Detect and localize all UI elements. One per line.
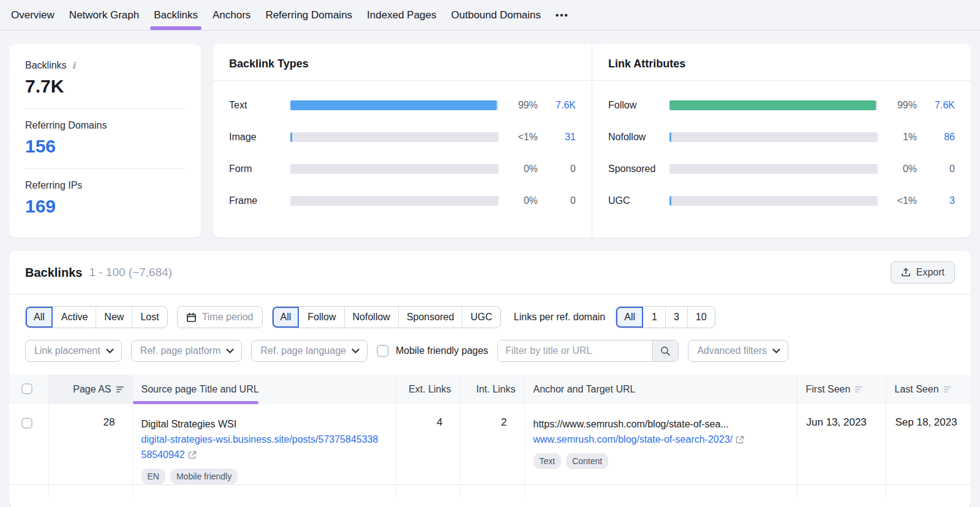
follow-filter: All Follow Nofollow Sponsored UGC [272,306,501,328]
external-link-icon [188,451,197,459]
count-link[interactable]: 7.6K [917,100,955,111]
lpd-all[interactable]: All [616,307,643,328]
bar-row-form: Form 0% 0 [229,153,576,185]
tab-indexed-pages[interactable]: Indexed Pages [360,0,443,30]
ext-links-cell: 4 [396,404,460,485]
count-link[interactable]: 86 [917,132,955,143]
chevron-down-icon [106,345,114,353]
tab-outbound-domains[interactable]: Outbound Domains [444,0,548,30]
page-as-cell: 28 [48,404,132,485]
column-anchor[interactable]: Anchor and Target URL [524,375,797,404]
time-period-button[interactable]: Time period [177,306,263,328]
bar-fill [669,132,671,142]
anchor-cell: https://www.semrush.com/blog/state-of-se… [524,404,797,485]
column-int-links[interactable]: Int. Links [460,375,524,404]
column-highlight-underline [133,401,258,404]
source-cell: Digital Strategies WSI digital-strategie… [132,404,396,485]
follow-ugc[interactable]: UGC [462,307,500,328]
count-link[interactable]: 31 [538,132,576,143]
search-button[interactable] [652,340,678,361]
divider [25,168,185,169]
bar-row-text: Text 99% 7.6K [229,89,576,121]
title-url-filter [497,340,679,362]
export-button[interactable]: Export [891,261,955,284]
referring-ips-value[interactable]: 169 [25,196,185,217]
column-page-as[interactable]: Page AS [48,375,132,404]
backlinks-metric-value: 7.7K [25,76,185,97]
upload-icon [901,268,911,277]
panel-title: Link Attributes [592,44,971,81]
sort-icon[interactable] [944,386,951,392]
bar-track [290,196,499,206]
lpd-10[interactable]: 10 [687,307,715,328]
source-title: Digital Strategies WSI [141,416,382,432]
follow-follow[interactable]: Follow [299,307,344,328]
tab-referring-domains[interactable]: Referring Domains [258,0,360,30]
source-url-link[interactable]: digital-strategies-wsi.business.site/pos… [141,432,382,462]
last-seen-cell: Sep 18, 2023 [886,404,971,485]
follow-sponsored[interactable]: Sponsored [398,307,462,328]
column-last-seen[interactable]: Last Seen [886,375,971,404]
report-tabs: Overview Network Graph Backlinks Anchors… [0,0,980,31]
chevron-down-icon [772,345,780,353]
sort-icon[interactable] [116,386,124,392]
lpd-1[interactable]: 1 [643,307,665,328]
more-tabs-button[interactable]: ••• [548,0,576,30]
count-link[interactable]: 7.6K [538,100,576,111]
ref-page-platform-dropdown[interactable]: Ref. page platform [131,340,243,362]
status-filter: All Active New Lost [25,306,168,328]
status-all[interactable]: All [26,307,53,328]
link-placement-dropdown[interactable]: Link placement [25,340,122,362]
follow-nofollow[interactable]: Nofollow [344,307,398,328]
bar-row-follow: Follow 99% 7.6K [608,89,955,121]
column-ext-links[interactable]: Ext. Links [396,375,460,404]
links-per-domain-filter: All 1 3 10 [616,306,715,328]
table-row: 28 Digital Strategies WSI digital-strate… [9,404,971,485]
column-source[interactable]: Source page Title and URL [132,375,396,404]
mobile-friendly-checkbox[interactable] [377,345,389,357]
mobile-friendly-badge: Mobile friendly [170,468,238,484]
bar-track [669,100,878,110]
column-first-seen[interactable]: First Seen [797,375,886,404]
status-lost[interactable]: Lost [132,307,167,328]
row-checkbox[interactable] [21,418,32,429]
int-links-cell: 2 [460,404,524,485]
referring-domains-value[interactable]: 156 [25,136,185,157]
bar-row-frame: Frame 0% 0 [229,185,576,217]
status-active[interactable]: Active [53,307,96,328]
next-row-partial [9,485,971,497]
tab-overview[interactable]: Overview [10,0,62,30]
status-new[interactable]: New [96,307,132,328]
tab-backlinks[interactable]: Backlinks [146,0,205,30]
chevron-down-icon [352,345,360,353]
search-icon [660,346,671,356]
mobile-friendly-filter[interactable]: Mobile friendly pages [377,345,488,357]
tab-network-graph[interactable]: Network Graph [62,0,146,30]
table-header-row: Page AS Source page Title and URL Ext. L… [9,375,971,404]
bar-fill [669,196,671,206]
bar-track [669,132,878,142]
ref-page-language-dropdown[interactable]: Ref. page language [251,340,368,362]
tab-anchors[interactable]: Anchors [205,0,258,30]
bar-row-nofollow: Nofollow 1% 86 [608,121,955,153]
sort-icon[interactable] [855,386,862,392]
bar-track [669,196,878,206]
divider [25,108,185,109]
links-per-domain-label: Links per ref. domain [514,312,605,323]
filter-input[interactable] [498,340,652,361]
select-all-checkbox[interactable] [21,383,32,394]
link-attributes-panel: Link Attributes Follow 99% 7.6K Nofollow… [592,44,971,238]
panel-title: Backlink Types [213,44,592,81]
count-link[interactable]: 3 [917,195,955,206]
lpd-3[interactable]: 3 [665,307,687,328]
language-badge: EN [141,468,165,484]
referring-domains-label: Referring Domains [25,120,185,131]
follow-all[interactable]: All [273,307,300,328]
target-url-link[interactable]: www.semrush.com/blog/state-of-search-202… [533,432,758,447]
bar-row-ugc: UGC <1% 3 [608,185,955,217]
advanced-filters-dropdown[interactable]: Advanced filters [688,340,788,362]
backlinks-metric-label: Backlinks i [25,60,185,71]
link-type-badge: Text [533,453,562,469]
result-range: 1 - 100 (~7,684) [89,266,172,279]
info-icon[interactable]: i [72,60,76,71]
